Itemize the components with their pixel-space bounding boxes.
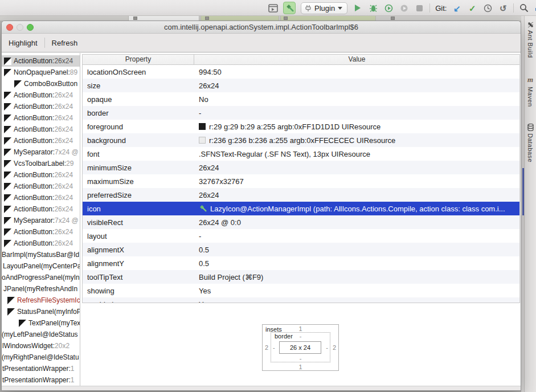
property-value: No: [194, 95, 519, 104]
tree-item[interactable]: oAndProgressPanel(myIn: [2, 272, 80, 283]
property-row[interactable]: backgroundr:236 g:236 b:236 a:255 argb:0…: [83, 133, 519, 147]
property-row[interactable]: foregroundr:29 g:29 b:29 a:255 argb:0xFF…: [83, 120, 519, 133]
history-icon[interactable]: [482, 2, 493, 14]
git-commit-icon[interactable]: ✓: [467, 2, 477, 14]
build-hammer-icon[interactable]: [283, 2, 296, 14]
tree-item[interactable]: ActionButton: 26x24: [2, 135, 80, 146]
chevron-down-icon: [338, 7, 342, 10]
tree-item[interactable]: ActionButton: 26x24: [2, 112, 80, 124]
compile-hammer-icon: [199, 205, 207, 213]
insets-left-value: 2: [265, 344, 268, 351]
dialog-titlebar[interactable]: com.intellij.openapi.actionSystem.impl.A…: [2, 21, 521, 34]
property-value-text: 26x24 @ 0:0: [199, 218, 241, 227]
editor-tab[interactable]: [280, 16, 376, 21]
column-header-property[interactable]: Property: [83, 55, 194, 64]
property-row[interactable]: toolTipTextBuild Project (⌘F9): [83, 270, 519, 284]
tree-item[interactable]: BarImpl(myStatusBar@Id: [2, 249, 80, 260]
tree-item[interactable]: MySeparator: 7x24 @: [2, 215, 80, 226]
tree-item[interactable]: ComboBoxButton: [2, 78, 80, 89]
tree-item[interactable]: StatusPanel(myInfoP: [2, 306, 80, 317]
toolwindow-tab-database[interactable]: Database: [527, 124, 534, 162]
toolwindow-icon[interactable]: [268, 2, 278, 14]
tree-item-size: 7x24 @: [55, 217, 79, 224]
editor-tab[interactable]: [128, 16, 199, 21]
toolwindow-tab-label: Maven: [527, 87, 534, 107]
property-row[interactable]: showingYes: [83, 284, 519, 297]
ide-main-toolbar: Plugin Git: ↙ ✓ ↺: [0, 0, 536, 16]
component-icon: [4, 183, 11, 190]
close-window-button[interactable]: [6, 24, 13, 31]
highlight-button[interactable]: Highlight: [9, 39, 38, 47]
tree-item[interactable]: ActionButton: 26x24: [2, 55, 80, 67]
tree-item[interactable]: MySeparator: 7x24 @: [2, 146, 80, 158]
property-row[interactable]: maximumSize32767x32767: [83, 174, 519, 188]
property-row[interactable]: font.SFNSText-Regular (.SF NS Text), 13p…: [83, 147, 519, 161]
property-row[interactable]: preferredSize26x24: [83, 188, 519, 202]
property-row[interactable]: layout-: [83, 229, 519, 243]
profiler-icon[interactable]: [399, 2, 409, 14]
inspector-toolbar: Highlight Refresh: [2, 34, 521, 52]
tree-item[interactable]: NonOpaquePanel: 89: [2, 67, 80, 78]
refresh-button[interactable]: Refresh: [52, 39, 78, 47]
tree-item-name: VcsToolbarLabel:: [14, 160, 66, 168]
tree-item-name: BarImpl(myStatusBar@Id: [2, 251, 79, 259]
tree-item[interactable]: (myRightPanel@IdeStatu: [2, 352, 80, 363]
property-name: background: [83, 136, 194, 145]
tree-item[interactable]: ActionButton: 26x24: [2, 238, 80, 249]
tree-item[interactable]: ActionButton: 26x24: [2, 181, 80, 192]
tree-item[interactable]: VcsToolbarLabel: 29: [2, 158, 80, 169]
property-row[interactable]: iconLazyIcon@ActionManagerImpl (path: Al…: [83, 202, 519, 215]
column-header-value[interactable]: Value: [194, 55, 519, 64]
property-value-text: -: [199, 109, 201, 117]
tree-item[interactable]: TextPanel(myTex: [2, 317, 80, 329]
property-row[interactable]: locationOnScreen994:50: [83, 65, 519, 79]
property-row[interactable]: alignmentX0.5: [83, 243, 519, 256]
tree-item[interactable]: RefreshFileSystemIc: [2, 295, 80, 306]
property-name: minimumSize: [83, 164, 194, 172]
tree-item[interactable]: ActionButton: 26x24: [2, 192, 80, 203]
property-name: icon: [83, 205, 194, 213]
tree-item[interactable]: LayoutPanel(myCenterPa: [2, 260, 80, 272]
run-icon[interactable]: [353, 2, 363, 14]
debug-icon[interactable]: [368, 2, 378, 14]
tree-item[interactable]: ActionButton: 26x24: [2, 203, 80, 215]
git-update-icon[interactable]: ↙: [452, 2, 462, 14]
tree-item[interactable]: tPresentationWrapper: 1: [2, 374, 80, 386]
property-row[interactable]: border-: [83, 106, 519, 120]
file-icon: [133, 17, 137, 20]
toolwindow-tab-label: Database: [527, 133, 534, 162]
rollback-icon[interactable]: ↺: [498, 2, 508, 14]
property-row[interactable]: alignmentY0.5: [83, 256, 519, 270]
property-row[interactable]: visibleRect26x24 @ 0:0: [83, 215, 519, 229]
tree-item-name: (myLeftPanel@IdeStatus: [2, 330, 78, 338]
search-icon[interactable]: [519, 2, 529, 14]
property-row[interactable]: opaqueNo: [83, 92, 519, 106]
scroll-indicator[interactable]: [522, 168, 524, 215]
toolbar-separator: [429, 3, 430, 13]
tree-item[interactable]: JPanel(myRefreshAndIn: [2, 283, 80, 295]
editor-tab[interactable]: [201, 16, 279, 21]
tree-item-name: TextPanel(myTex: [28, 319, 80, 327]
stop-icon[interactable]: [414, 2, 424, 14]
tree-item[interactable]: ActionButton: 26x24: [2, 89, 80, 101]
tree-item[interactable]: lWindowsWidget: 20x2: [2, 340, 80, 352]
toolwindow-tab-maven[interactable]: m Maven: [527, 75, 534, 107]
property-row[interactable]: size26x24: [83, 79, 519, 92]
run-coverage-icon[interactable]: [383, 2, 394, 14]
toolwindow-tab-ant-build[interactable]: Ant Build: [527, 22, 534, 58]
minimize-window-button[interactable]: [17, 24, 23, 31]
run-configuration-select[interactable]: Plugin: [301, 2, 347, 14]
zoom-window-button[interactable]: [27, 24, 34, 31]
property-row[interactable]: enabledYes: [83, 297, 519, 303]
tree-item[interactable]: (myLeftPanel@IdeStatus: [2, 329, 80, 340]
tree-item-name: LayoutPanel(myCenterPa: [3, 262, 80, 270]
tree-item[interactable]: ActionButton: 26x24: [2, 124, 80, 135]
property-value: 32767x32767: [194, 177, 519, 186]
tree-item[interactable]: tPresentationWrapper: 1: [2, 363, 80, 374]
tree-item[interactable]: ActionButton: 26x24: [2, 101, 80, 112]
tree-item-size: 1: [71, 376, 75, 384]
property-row[interactable]: minimumSize26x24: [83, 161, 519, 174]
tree-item[interactable]: ActionButton: 26x24: [2, 226, 80, 238]
property-value-text: r:29 g:29 b:29 a:255 argb:0xFF1D1D1D UIR…: [209, 122, 380, 131]
tree-item[interactable]: ActionButton: 26x24: [2, 169, 80, 181]
